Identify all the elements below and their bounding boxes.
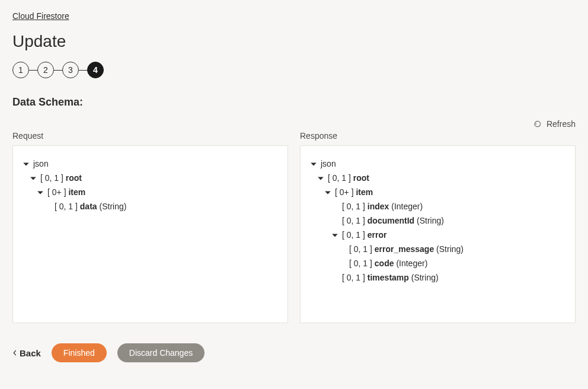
- cardinality: [ 0, 1 ]: [342, 202, 365, 211]
- node-name: index: [368, 202, 389, 211]
- tree-row-item[interactable]: [ 0+ ] item: [23, 185, 278, 199]
- cardinality: [ 0, 1 ]: [40, 173, 63, 183]
- tree-row-code[interactable]: [ 0, 1 ] code (Integer): [310, 256, 565, 270]
- chevron-down-icon[interactable]: [310, 160, 317, 167]
- cardinality: [ 0, 1 ]: [55, 202, 78, 211]
- tree-row-root[interactable]: [ 0, 1 ] root: [310, 171, 565, 185]
- tree-row-timestamp[interactable]: [ 0, 1 ] timestamp (String): [310, 270, 565, 285]
- tree-row-index[interactable]: [ 0, 1 ] index (Integer): [310, 199, 565, 213]
- step-2[interactable]: 2: [37, 62, 54, 78]
- request-schema-card: json [ 0, 1 ] root [ 0+ ] item [ 0, 1 ]: [12, 145, 288, 323]
- chevron-down-icon[interactable]: [331, 231, 338, 238]
- step-connector: [29, 70, 37, 71]
- node-type: (String): [411, 273, 439, 282]
- chevron-down-icon[interactable]: [37, 189, 44, 196]
- node-type: (String): [417, 216, 444, 225]
- node-type: (String): [436, 244, 464, 254]
- cardinality: [ 0, 1 ]: [349, 259, 372, 268]
- section-title: Data Schema:: [12, 96, 576, 109]
- chevron-down-icon[interactable]: [324, 189, 331, 196]
- response-column: Response json [ 0, 1 ] root [ 0+ ]: [300, 131, 576, 323]
- cardinality: [ 0, 1 ]: [342, 230, 365, 240]
- tree-row-json[interactable]: json: [23, 157, 278, 171]
- finished-button[interactable]: Finished: [52, 343, 107, 362]
- tree-node-label: json: [33, 159, 49, 168]
- stepper: 1 2 3 4: [12, 62, 576, 78]
- request-label: Request: [12, 131, 288, 141]
- cardinality: [ 0, 1 ]: [342, 273, 365, 282]
- node-name: error: [368, 230, 387, 240]
- back-button[interactable]: Back: [12, 348, 41, 358]
- node-type: (Integer): [391, 202, 423, 211]
- chevron-down-icon[interactable]: [30, 174, 37, 181]
- node-name: error_message: [375, 244, 434, 254]
- response-label: Response: [300, 131, 576, 141]
- cardinality: [ 0, 1 ]: [328, 173, 351, 183]
- step-4[interactable]: 4: [87, 62, 104, 78]
- cardinality: [ 0, 1 ]: [342, 216, 365, 225]
- tree-row-error[interactable]: [ 0, 1 ] error: [310, 228, 565, 242]
- response-schema-card: json [ 0, 1 ] root [ 0+ ] item [ 0, 1 ]: [300, 145, 576, 323]
- step-connector: [79, 70, 87, 71]
- tree-row-json[interactable]: json: [310, 157, 565, 171]
- tree-row-item[interactable]: [ 0+ ] item: [310, 185, 565, 199]
- chevron-left-icon: [12, 350, 17, 356]
- breadcrumb-link[interactable]: Cloud Firestore: [12, 11, 69, 21]
- node-name: item: [356, 187, 373, 197]
- node-type: (String): [100, 202, 127, 211]
- page-title: Update: [12, 32, 576, 51]
- refresh-label: Refresh: [547, 119, 576, 129]
- tree-row-documentid[interactable]: [ 0, 1 ] documentId (String): [310, 213, 565, 228]
- node-name: documentId: [368, 216, 414, 225]
- node-type: (Integer): [396, 259, 427, 268]
- tree-row-data[interactable]: [ 0, 1 ] data (String): [23, 199, 278, 213]
- node-name: root: [66, 173, 82, 183]
- refresh-icon: [533, 120, 542, 128]
- cardinality: [ 0, 1 ]: [349, 244, 372, 254]
- discard-button[interactable]: Discard Changes: [117, 343, 204, 362]
- request-column: Request json [ 0, 1 ] root [ 0+ ]: [12, 131, 288, 323]
- tree-row-error-message[interactable]: [ 0, 1 ] error_message (String): [310, 242, 565, 256]
- step-3[interactable]: 3: [62, 62, 79, 78]
- back-label: Back: [20, 348, 41, 358]
- chevron-down-icon[interactable]: [23, 160, 30, 167]
- cardinality: [ 0+ ]: [47, 187, 66, 197]
- footer-actions: Back Finished Discard Changes: [12, 343, 576, 362]
- node-name: timestamp: [368, 273, 409, 282]
- tree-node-label: json: [321, 159, 336, 168]
- node-name: data: [80, 202, 97, 211]
- tree-row-root[interactable]: [ 0, 1 ] root: [23, 171, 278, 185]
- step-connector: [54, 70, 62, 71]
- step-1[interactable]: 1: [12, 62, 29, 78]
- cardinality: [ 0+ ]: [335, 187, 354, 197]
- schema-columns: Request json [ 0, 1 ] root [ 0+ ]: [12, 131, 576, 323]
- chevron-down-icon[interactable]: [317, 174, 324, 181]
- node-name: code: [375, 259, 394, 268]
- node-name: item: [68, 187, 85, 197]
- refresh-button[interactable]: Refresh: [12, 119, 576, 129]
- node-name: root: [353, 173, 369, 183]
